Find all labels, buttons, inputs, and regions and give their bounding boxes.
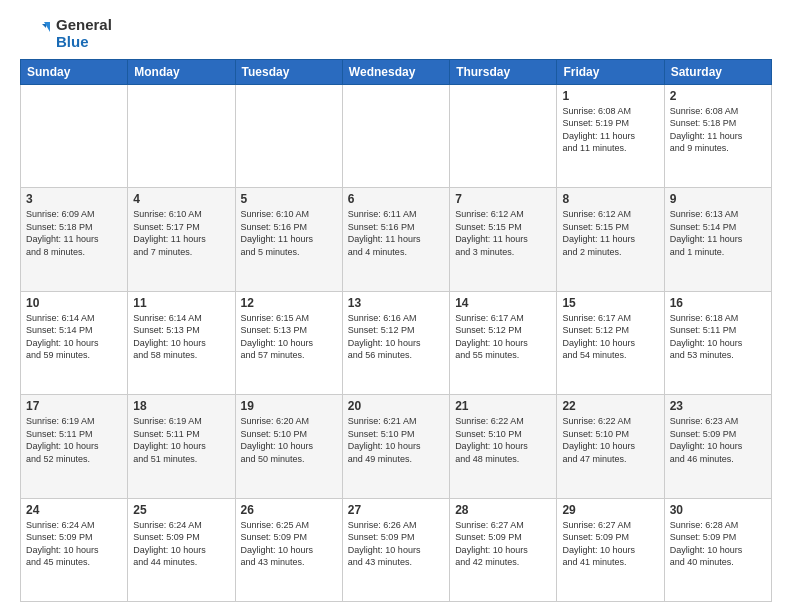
empty-cell [342,84,449,188]
day-cell-15: 15Sunrise: 6:17 AM Sunset: 5:12 PM Dayli… [557,291,664,395]
day-number: 21 [455,399,551,413]
logo-blue-text: Blue [56,33,112,50]
day-cell-30: 30Sunrise: 6:28 AM Sunset: 5:09 PM Dayli… [664,498,771,602]
day-info: Sunrise: 6:26 AM Sunset: 5:09 PM Dayligh… [348,519,444,569]
logo: General Blue [20,16,112,51]
day-number: 14 [455,296,551,310]
logo-area: General Blue [20,16,112,51]
calendar-page: General Blue SundayMondayTuesdayWednesda… [0,0,792,612]
day-info: Sunrise: 6:21 AM Sunset: 5:10 PM Dayligh… [348,415,444,465]
day-number: 11 [133,296,229,310]
day-cell-21: 21Sunrise: 6:22 AM Sunset: 5:10 PM Dayli… [450,395,557,499]
day-cell-9: 9Sunrise: 6:13 AM Sunset: 5:14 PM Daylig… [664,188,771,292]
day-number: 16 [670,296,766,310]
day-info: Sunrise: 6:27 AM Sunset: 5:09 PM Dayligh… [562,519,658,569]
weekday-header-row: SundayMondayTuesdayWednesdayThursdayFrid… [21,59,772,84]
day-cell-7: 7Sunrise: 6:12 AM Sunset: 5:15 PM Daylig… [450,188,557,292]
weekday-header-wednesday: Wednesday [342,59,449,84]
logo-icon [20,18,50,48]
day-info: Sunrise: 6:09 AM Sunset: 5:18 PM Dayligh… [26,208,122,258]
day-info: Sunrise: 6:24 AM Sunset: 5:09 PM Dayligh… [133,519,229,569]
day-number: 6 [348,192,444,206]
day-cell-22: 22Sunrise: 6:22 AM Sunset: 5:10 PM Dayli… [557,395,664,499]
day-cell-2: 2Sunrise: 6:08 AM Sunset: 5:18 PM Daylig… [664,84,771,188]
day-number: 2 [670,89,766,103]
week-row-1: 1Sunrise: 6:08 AM Sunset: 5:19 PM Daylig… [21,84,772,188]
day-number: 30 [670,503,766,517]
day-info: Sunrise: 6:10 AM Sunset: 5:16 PM Dayligh… [241,208,337,258]
day-cell-24: 24Sunrise: 6:24 AM Sunset: 5:09 PM Dayli… [21,498,128,602]
day-cell-25: 25Sunrise: 6:24 AM Sunset: 5:09 PM Dayli… [128,498,235,602]
day-number: 18 [133,399,229,413]
day-cell-29: 29Sunrise: 6:27 AM Sunset: 5:09 PM Dayli… [557,498,664,602]
day-cell-1: 1Sunrise: 6:08 AM Sunset: 5:19 PM Daylig… [557,84,664,188]
day-info: Sunrise: 6:16 AM Sunset: 5:12 PM Dayligh… [348,312,444,362]
day-number: 26 [241,503,337,517]
day-number: 5 [241,192,337,206]
day-number: 28 [455,503,551,517]
week-row-4: 17Sunrise: 6:19 AM Sunset: 5:11 PM Dayli… [21,395,772,499]
day-number: 23 [670,399,766,413]
day-number: 29 [562,503,658,517]
day-number: 19 [241,399,337,413]
day-number: 24 [26,503,122,517]
day-cell-12: 12Sunrise: 6:15 AM Sunset: 5:13 PM Dayli… [235,291,342,395]
day-cell-16: 16Sunrise: 6:18 AM Sunset: 5:11 PM Dayli… [664,291,771,395]
day-info: Sunrise: 6:13 AM Sunset: 5:14 PM Dayligh… [670,208,766,258]
day-info: Sunrise: 6:12 AM Sunset: 5:15 PM Dayligh… [562,208,658,258]
day-cell-5: 5Sunrise: 6:10 AM Sunset: 5:16 PM Daylig… [235,188,342,292]
day-info: Sunrise: 6:20 AM Sunset: 5:10 PM Dayligh… [241,415,337,465]
day-info: Sunrise: 6:08 AM Sunset: 5:18 PM Dayligh… [670,105,766,155]
day-info: Sunrise: 6:23 AM Sunset: 5:09 PM Dayligh… [670,415,766,465]
day-cell-23: 23Sunrise: 6:23 AM Sunset: 5:09 PM Dayli… [664,395,771,499]
day-info: Sunrise: 6:27 AM Sunset: 5:09 PM Dayligh… [455,519,551,569]
day-info: Sunrise: 6:11 AM Sunset: 5:16 PM Dayligh… [348,208,444,258]
day-info: Sunrise: 6:19 AM Sunset: 5:11 PM Dayligh… [26,415,122,465]
weekday-header-thursday: Thursday [450,59,557,84]
day-cell-26: 26Sunrise: 6:25 AM Sunset: 5:09 PM Dayli… [235,498,342,602]
day-cell-27: 27Sunrise: 6:26 AM Sunset: 5:09 PM Dayli… [342,498,449,602]
day-cell-19: 19Sunrise: 6:20 AM Sunset: 5:10 PM Dayli… [235,395,342,499]
day-cell-10: 10Sunrise: 6:14 AM Sunset: 5:14 PM Dayli… [21,291,128,395]
day-info: Sunrise: 6:08 AM Sunset: 5:19 PM Dayligh… [562,105,658,155]
day-info: Sunrise: 6:12 AM Sunset: 5:15 PM Dayligh… [455,208,551,258]
weekday-header-friday: Friday [557,59,664,84]
day-cell-4: 4Sunrise: 6:10 AM Sunset: 5:17 PM Daylig… [128,188,235,292]
day-info: Sunrise: 6:19 AM Sunset: 5:11 PM Dayligh… [133,415,229,465]
day-info: Sunrise: 6:15 AM Sunset: 5:13 PM Dayligh… [241,312,337,362]
day-info: Sunrise: 6:28 AM Sunset: 5:09 PM Dayligh… [670,519,766,569]
day-cell-3: 3Sunrise: 6:09 AM Sunset: 5:18 PM Daylig… [21,188,128,292]
calendar-table: SundayMondayTuesdayWednesdayThursdayFrid… [20,59,772,603]
day-number: 10 [26,296,122,310]
day-cell-13: 13Sunrise: 6:16 AM Sunset: 5:12 PM Dayli… [342,291,449,395]
day-info: Sunrise: 6:10 AM Sunset: 5:17 PM Dayligh… [133,208,229,258]
weekday-header-saturday: Saturday [664,59,771,84]
day-info: Sunrise: 6:17 AM Sunset: 5:12 PM Dayligh… [562,312,658,362]
day-info: Sunrise: 6:14 AM Sunset: 5:14 PM Dayligh… [26,312,122,362]
empty-cell [235,84,342,188]
empty-cell [21,84,128,188]
day-cell-28: 28Sunrise: 6:27 AM Sunset: 5:09 PM Dayli… [450,498,557,602]
day-number: 12 [241,296,337,310]
weekday-header-sunday: Sunday [21,59,128,84]
day-cell-18: 18Sunrise: 6:19 AM Sunset: 5:11 PM Dayli… [128,395,235,499]
day-info: Sunrise: 6:14 AM Sunset: 5:13 PM Dayligh… [133,312,229,362]
empty-cell [450,84,557,188]
day-number: 20 [348,399,444,413]
day-number: 22 [562,399,658,413]
weekday-header-tuesday: Tuesday [235,59,342,84]
day-cell-17: 17Sunrise: 6:19 AM Sunset: 5:11 PM Dayli… [21,395,128,499]
day-number: 27 [348,503,444,517]
day-number: 7 [455,192,551,206]
day-number: 3 [26,192,122,206]
day-number: 15 [562,296,658,310]
day-cell-11: 11Sunrise: 6:14 AM Sunset: 5:13 PM Dayli… [128,291,235,395]
day-info: Sunrise: 6:25 AM Sunset: 5:09 PM Dayligh… [241,519,337,569]
day-info: Sunrise: 6:17 AM Sunset: 5:12 PM Dayligh… [455,312,551,362]
day-info: Sunrise: 6:18 AM Sunset: 5:11 PM Dayligh… [670,312,766,362]
logo-general-text: General [56,16,112,33]
day-info: Sunrise: 6:22 AM Sunset: 5:10 PM Dayligh… [562,415,658,465]
day-cell-14: 14Sunrise: 6:17 AM Sunset: 5:12 PM Dayli… [450,291,557,395]
header-area: General Blue [20,16,772,51]
empty-cell [128,84,235,188]
